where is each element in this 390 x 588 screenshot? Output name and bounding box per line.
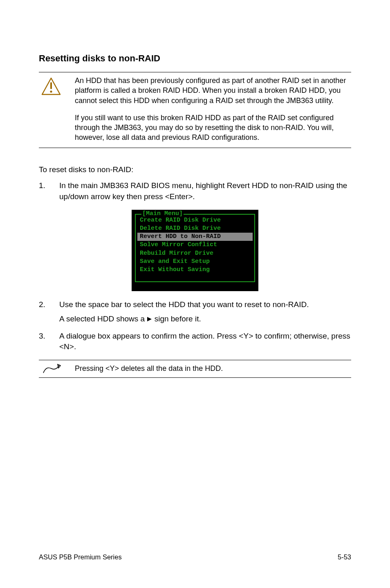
step-2-line-1: Use the space bar to select the HDD that… (59, 299, 351, 310)
bios-item: Exit Without Saving (136, 266, 254, 274)
info-note-text: Pressing <Y> deletes all the data in the… (63, 362, 351, 375)
step-3: 3. A dialogue box appears to confirm the… (39, 331, 351, 352)
bios-item: Create RAID Disk Drive (136, 216, 254, 224)
step-1: 1. In the main JMB363 RAID BIOS menu, hi… (39, 180, 351, 202)
play-icon (147, 314, 152, 325)
step-number: 2. (39, 299, 59, 325)
info-note: Pressing <Y> deletes all the data in the… (39, 360, 351, 378)
step-text: Use the space bar to select the HDD that… (59, 299, 351, 325)
pencil-icon (39, 362, 63, 376)
section-heading: Resetting disks to non-RAID (39, 53, 351, 64)
step-2-line-2: A selected HDD shows a sign before it. (59, 314, 351, 325)
warning-icon (39, 76, 63, 95)
bios-item: Rebuild Mirror Drive (136, 249, 254, 258)
step-2-line-2b: sign before it. (152, 314, 201, 323)
warning-note: An HDD that has been previously configur… (39, 72, 351, 148)
svg-rect-1 (50, 82, 52, 89)
bios-item: Delete RAID Disk Drive (136, 224, 254, 233)
footer-right: 5-53 (338, 553, 351, 561)
step-number: 1. (39, 180, 59, 202)
step-2: 2. Use the space bar to select the HDD t… (39, 299, 351, 325)
bios-menu-inner: [Main Menu] Create RAID Disk Drive Delet… (135, 214, 255, 283)
intro-text: To reset disks to non-RAID: (39, 164, 351, 175)
steps-list: 1. In the main JMB363 RAID BIOS menu, hi… (39, 180, 351, 202)
page-footer: ASUS P5B Premium Series 5-53 (39, 553, 351, 561)
warning-paragraph-2: If you still want to use this broken RAI… (75, 113, 347, 143)
footer-left: ASUS P5B Premium Series (39, 553, 122, 561)
bios-item: Solve Mirror Conflict (136, 241, 254, 249)
warning-text: An HDD that has been previously configur… (63, 76, 351, 144)
svg-marker-3 (147, 317, 152, 321)
svg-point-2 (50, 90, 52, 92)
step-2-line-2a: A selected HDD shows a (59, 314, 147, 323)
bios-item-highlighted: Revert HDD to Non-RAID (137, 233, 253, 241)
bios-menu: [Main Menu] Create RAID Disk Drive Delet… (132, 210, 258, 292)
step-text: A dialogue box appears to confirm the ac… (59, 331, 351, 352)
warning-paragraph-1: An HDD that has been previously configur… (75, 76, 347, 105)
bios-menu-title: [Main Menu] (141, 210, 184, 217)
step-text: In the main JMB363 RAID BIOS menu, highl… (59, 180, 351, 202)
step-number: 3. (39, 331, 59, 352)
bios-item: Save and Exit Setup (136, 258, 254, 266)
steps-list-continued: 2. Use the space bar to select the HDD t… (39, 299, 351, 352)
